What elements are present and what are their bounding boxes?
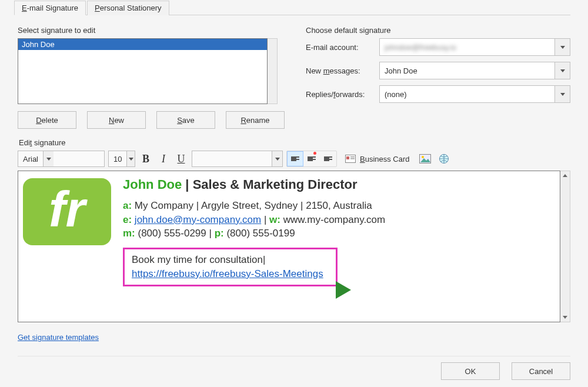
cancel-button[interactable]: Cancel xyxy=(512,362,570,380)
listbox-scrollbar[interactable] xyxy=(268,38,278,104)
text-cursor xyxy=(263,254,265,265)
editor-scrollbar[interactable] xyxy=(560,171,570,322)
indicator-dot-icon xyxy=(313,152,316,155)
get-templates-link[interactable]: Get signature templates xyxy=(18,333,99,342)
business-card-icon xyxy=(345,153,356,165)
svg-point-5 xyxy=(422,156,424,158)
rename-button[interactable]: Rename xyxy=(226,111,285,129)
select-signature-label: Select signature to edit xyxy=(18,26,288,35)
signature-phone-line: m: (800) 555-0299 | p: (800) 555-0199 xyxy=(123,226,385,241)
chevron-down-icon[interactable] xyxy=(126,151,135,166)
italic-button[interactable]: I xyxy=(156,151,171,166)
svg-rect-3 xyxy=(350,158,355,159)
insert-hyperlink-button[interactable] xyxy=(436,151,452,167)
signature-email-line: e: john.doe@my-company.com | w: www.my-c… xyxy=(123,213,385,227)
bold-button[interactable]: B xyxy=(139,151,153,166)
align-left-button[interactable] xyxy=(287,151,303,166)
edit-signature-label: Edit signature xyxy=(19,138,570,147)
signature-address-line: a: My Company | Argyle Street, Sydney | … xyxy=(123,199,385,213)
chevron-down-icon[interactable] xyxy=(272,151,282,166)
font-family-combo[interactable]: Arial xyxy=(18,151,105,167)
font-size-combo[interactable]: 10 xyxy=(108,151,135,167)
signature-list-item[interactable]: John Doe xyxy=(18,39,267,50)
annotation-arrow-icon xyxy=(336,281,351,299)
email-account-combo[interactable]: johndoe@freebusy.io xyxy=(379,38,570,56)
signature-tabs: E-mail Signature Personal Stationery xyxy=(14,0,570,15)
insert-picture-button[interactable] xyxy=(417,151,433,167)
globe-link-icon xyxy=(438,153,450,165)
signature-name-line: John Doe | Sales & Marketing Director xyxy=(123,176,385,194)
edit-toolbar: Arial 10 B I U xyxy=(18,151,570,167)
new-button[interactable]: New xyxy=(87,111,146,129)
svg-rect-1 xyxy=(346,156,349,159)
underline-button[interactable]: U xyxy=(174,151,188,166)
font-color-combo[interactable] xyxy=(192,151,283,167)
ok-button[interactable]: OK xyxy=(441,362,500,380)
email-account-label: E-mail account: xyxy=(306,43,373,52)
company-logo: fr xyxy=(23,178,111,245)
booking-link[interactable]: https://freebusy.io/freebusy-Sales-Meeti… xyxy=(132,268,323,279)
new-messages-combo[interactable]: John Doe xyxy=(379,62,570,79)
svg-rect-2 xyxy=(350,156,355,158)
chevron-down-icon[interactable] xyxy=(554,86,570,102)
chevron-down-icon[interactable] xyxy=(554,39,570,55)
booking-highlight-box: Book my time for consultation https://fr… xyxy=(123,248,338,286)
save-button[interactable]: Save xyxy=(156,111,215,129)
new-messages-value: John Doe xyxy=(380,66,554,75)
picture-icon xyxy=(419,153,431,165)
chevron-down-icon[interactable] xyxy=(43,151,54,166)
business-card-button[interactable]: Business Card xyxy=(340,151,414,167)
tab-personal-stationery[interactable]: Personal Stationery xyxy=(87,1,169,15)
signature-listbox[interactable]: John Doe xyxy=(18,38,268,104)
align-center-button[interactable] xyxy=(303,151,320,166)
replies-forwards-combo[interactable]: (none) xyxy=(379,85,570,103)
replies-forwards-value: (none) xyxy=(380,90,554,99)
replies-forwards-label: Replies/forwards: xyxy=(306,90,373,99)
align-right-button[interactable] xyxy=(320,151,336,166)
new-messages-label: New messages: xyxy=(306,66,373,75)
chevron-down-icon[interactable] xyxy=(554,62,570,79)
delete-button[interactable]: Delete xyxy=(18,111,76,129)
tab-email-signature[interactable]: E-mail Signature xyxy=(14,1,86,15)
email-account-value: johndoe@freebusy.io xyxy=(380,43,554,52)
default-signature-label: Choose default signature xyxy=(306,26,570,35)
signature-editor[interactable]: fr John Doe | Sales & Marketing Director… xyxy=(18,171,560,322)
